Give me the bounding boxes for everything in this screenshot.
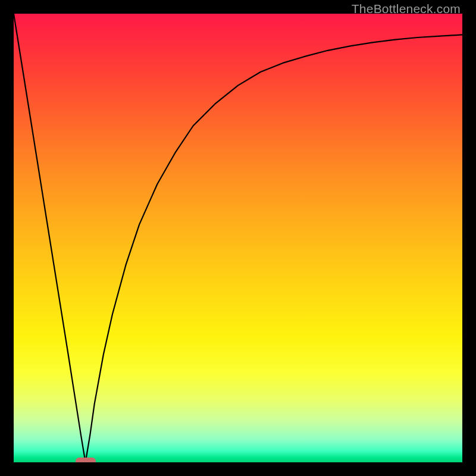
bottleneck-curve: [14, 14, 462, 462]
watermark-text: TheBottleneck.com: [352, 2, 461, 16]
plot-area: [14, 14, 462, 462]
chart-frame: TheBottleneck.com: [0, 0, 476, 476]
optimal-point-marker: [76, 458, 96, 462]
